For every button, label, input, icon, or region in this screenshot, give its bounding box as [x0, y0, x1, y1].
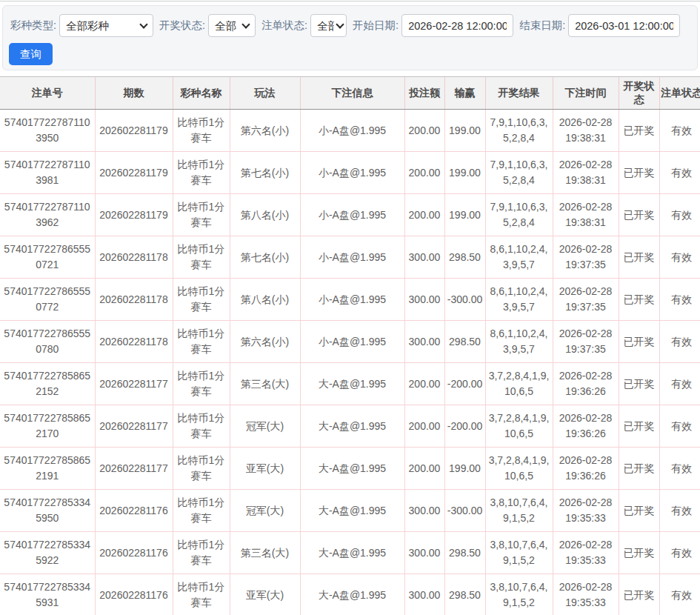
filter-panel: 彩种类型: 全部彩种 开奖状态: 全部 注单状态: 全部 开始日期: 结束日期:…: [2, 5, 698, 70]
cell-order-status: 有效: [659, 448, 700, 490]
cell-win-loss: -200.00: [444, 405, 485, 448]
column-header-win-loss: 输赢: [444, 77, 485, 110]
cell-bet-amount: 200.00: [404, 194, 444, 236]
cell-draw-status: 已开奖: [619, 110, 659, 152]
cell-bet-amount: 200.00: [404, 363, 444, 405]
cell-bet-info: 大-A盘@1.995: [300, 532, 404, 574]
cell-draw-result: 7,9,1,10,6,3,5,2,8,4: [485, 110, 553, 152]
cell-period: 202602281179: [95, 152, 173, 194]
cell-bet-time: 2026-02-28 19:35:33: [553, 532, 619, 574]
cell-play-type: 亚军(大): [230, 574, 300, 615]
cell-bet-time: 2026-02-28 19:37:35: [553, 236, 619, 279]
table-row: 5740177227865550721202602281178比特币1分赛车第七…: [0, 236, 700, 279]
start-date-label: 开始日期:: [353, 19, 399, 33]
cell-win-loss: 199.00: [444, 110, 485, 152]
cell-bet-time: 2026-02-28 19:37:35: [553, 321, 619, 363]
cell-lottery-name: 比特币1分赛车: [173, 236, 230, 279]
cell-period: 202602281177: [95, 405, 173, 448]
column-header-bet-amount: 投注额: [404, 77, 444, 110]
cell-lottery-name: 比特币1分赛车: [173, 490, 230, 532]
lottery-type-select[interactable]: 全部彩种: [59, 14, 153, 37]
cell-bet-info: 小-A盘@1.995: [300, 194, 404, 236]
cell-bet-amount: 200.00: [404, 110, 444, 152]
bets-table-container: 注单号期数彩种名称玩法下注信息投注额输赢开奖结果下注时间开奖状态注单状态 574…: [0, 76, 700, 615]
cell-draw-result: 3,7,2,8,4,1,9,10,6,5: [485, 363, 553, 405]
column-header-lottery-name: 彩种名称: [173, 77, 230, 110]
cell-order-status: 有效: [659, 405, 700, 448]
cell-win-loss: 298.50: [444, 532, 485, 574]
cell-order-no: 5740177227865550780: [0, 321, 95, 363]
search-button[interactable]: 查询: [9, 43, 53, 65]
cell-order-status: 有效: [659, 110, 700, 152]
table-row: 5740177227871103950202602281179比特币1分赛车第六…: [0, 110, 700, 152]
cell-lottery-name: 比特币1分赛车: [173, 448, 230, 490]
cell-draw-status: 已开奖: [619, 532, 659, 574]
cell-bet-time: 2026-02-28 19:38:31: [553, 194, 619, 236]
cell-draw-status: 已开奖: [619, 194, 659, 236]
cell-draw-result: 3,8,10,7,6,4,9,1,5,2: [485, 490, 553, 532]
cell-period: 202602281178: [95, 279, 173, 321]
cell-order-status: 有效: [659, 490, 700, 532]
cell-draw-status: 已开奖: [619, 448, 659, 490]
table-row: 5740177227858652170202602281177比特币1分赛车冠军…: [0, 405, 700, 448]
cell-period: 202602281178: [95, 321, 173, 363]
cell-bet-info: 大-A盘@1.995: [300, 490, 404, 532]
cell-win-loss: -300.00: [444, 279, 485, 321]
cell-order-no: 5740177227871103950: [0, 110, 95, 152]
cell-order-no: 5740177227853345922: [0, 532, 95, 574]
cell-order-no: 5740177227858652170: [0, 405, 95, 448]
cell-order-status: 有效: [659, 152, 700, 194]
cell-bet-time: 2026-02-28 19:37:35: [553, 279, 619, 321]
cell-win-loss: 199.00: [444, 152, 485, 194]
cell-order-status: 有效: [659, 574, 700, 615]
cell-lottery-name: 比特币1分赛车: [173, 405, 230, 448]
cell-period: 202602281177: [95, 363, 173, 405]
cell-draw-status: 已开奖: [619, 363, 659, 405]
cell-draw-status: 已开奖: [619, 405, 659, 448]
cell-play-type: 第七名(小): [230, 236, 300, 279]
end-date-input[interactable]: [568, 14, 680, 37]
cell-bet-info: 小-A盘@1.995: [300, 321, 404, 363]
cell-bet-time: 2026-02-28 19:35:33: [553, 574, 619, 615]
cell-period: 202602281179: [95, 194, 173, 236]
end-date-label: 结束日期:: [519, 19, 565, 33]
draw-status-select[interactable]: 全部: [208, 14, 256, 37]
cell-play-type: 第八名(小): [230, 279, 300, 321]
bets-table: 注单号期数彩种名称玩法下注信息投注额输赢开奖结果下注时间开奖状态注单状态 574…: [0, 76, 700, 615]
cell-lottery-name: 比特币1分赛车: [173, 532, 230, 574]
cell-order-no: 5740177227865550772: [0, 279, 95, 321]
cell-bet-amount: 300.00: [404, 490, 444, 532]
column-header-order-no: 注单号: [0, 77, 95, 110]
cell-lottery-name: 比特币1分赛车: [173, 279, 230, 321]
cell-bet-time: 2026-02-28 19:36:26: [553, 405, 619, 448]
cell-order-no: 5740177227865550721: [0, 236, 95, 279]
table-row: 5740177227871103981202602281179比特币1分赛车第七…: [0, 152, 700, 194]
cell-play-type: 第六名(小): [230, 321, 300, 363]
cell-bet-info: 大-A盘@1.995: [300, 363, 404, 405]
cell-bet-time: 2026-02-28 19:38:31: [553, 110, 619, 152]
cell-lottery-name: 比特币1分赛车: [173, 363, 230, 405]
start-date-input[interactable]: [401, 14, 513, 37]
order-status-select[interactable]: 全部: [310, 14, 347, 37]
cell-draw-result: 8,6,1,10,2,4,3,9,5,7: [485, 236, 553, 279]
cell-bet-amount: 300.00: [404, 321, 444, 363]
cell-bet-time: 2026-02-28 19:36:26: [553, 363, 619, 405]
cell-bet-amount: 300.00: [404, 279, 444, 321]
cell-win-loss: 298.50: [444, 236, 485, 279]
cell-win-loss: -300.00: [444, 490, 485, 532]
lottery-type-label: 彩种类型:: [10, 19, 56, 33]
cell-order-no: 5740177227871103981: [0, 152, 95, 194]
column-header-bet-time: 下注时间: [553, 77, 619, 110]
cell-order-no: 5740177227858652191: [0, 448, 95, 490]
table-row: 5740177227865550780202602281178比特币1分赛车第六…: [0, 321, 700, 363]
cell-bet-info: 小-A盘@1.995: [300, 110, 404, 152]
cell-draw-status: 已开奖: [619, 321, 659, 363]
cell-bet-info: 大-A盘@1.995: [300, 448, 404, 490]
table-header-row: 注单号期数彩种名称玩法下注信息投注额输赢开奖结果下注时间开奖状态注单状态: [0, 77, 700, 110]
cell-bet-amount: 300.00: [404, 574, 444, 615]
cell-play-type: 冠军(大): [230, 405, 300, 448]
cell-period: 202602281179: [95, 110, 173, 152]
cell-lottery-name: 比特币1分赛车: [173, 321, 230, 363]
cell-play-type: 第三名(大): [230, 532, 300, 574]
cell-lottery-name: 比特币1分赛车: [173, 152, 230, 194]
